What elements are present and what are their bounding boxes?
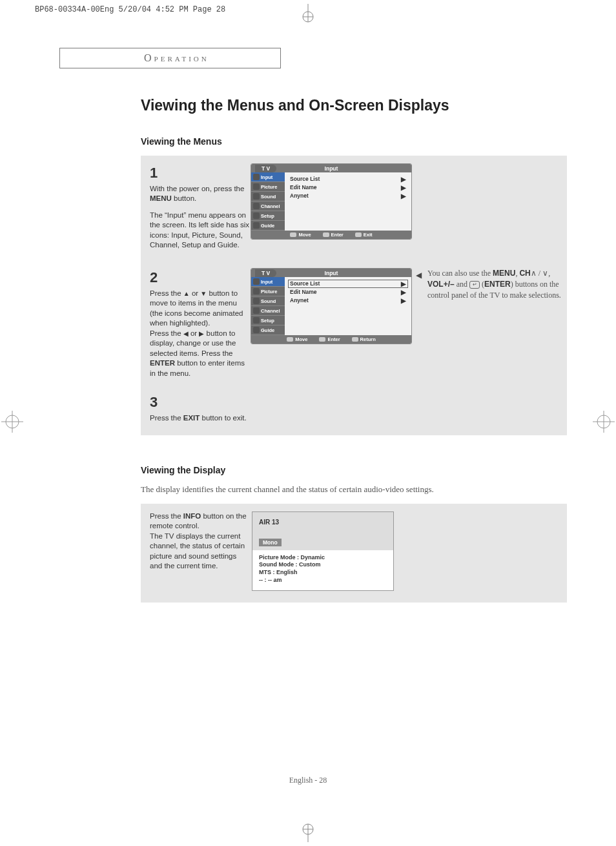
chapter-label: Operation xyxy=(144,52,209,63)
step-1-text-post: button. xyxy=(172,194,196,202)
osd2-tv-label: T V xyxy=(255,269,276,277)
osd-side-guide: Guide xyxy=(251,221,285,231)
osd2-row-source-list: Source List▶ xyxy=(288,280,408,288)
osd2-row-anynet: Anynet▶ xyxy=(290,296,406,305)
osd-row-edit-name: Edit Name▶ xyxy=(290,183,406,192)
page-footer: English - 28 xyxy=(0,776,616,785)
updown-icon xyxy=(290,232,296,237)
menu-button-label: MENU xyxy=(150,194,172,202)
osd-side-setup: Setup xyxy=(251,211,285,221)
osd2-title: Input xyxy=(325,270,338,276)
page-content: Operation Viewing the Menus and On-Scree… xyxy=(54,48,571,619)
crop-mark-top xyxy=(298,4,318,23)
info-picture-mode: Picture Mode : Dynamic xyxy=(259,554,387,562)
section-viewing-display: Viewing the Display xyxy=(141,465,567,475)
step-1-text-pre: With the power on, press the xyxy=(150,185,244,192)
chdown-icon: ∨ xyxy=(542,269,548,278)
chapter-label-box: Operation xyxy=(59,48,281,68)
osd-row-source-list: Source List▶ xyxy=(290,175,406,183)
osd-side-picture: Picture xyxy=(251,182,285,192)
left-triangle-icon: ◀ xyxy=(183,330,189,337)
osd2-side-channel: Channel xyxy=(251,306,285,316)
osd-screenshot-1: T V Input Input Picture Sound Channel Se… xyxy=(251,163,412,240)
step-1-number: 1 xyxy=(150,163,251,183)
registration-right xyxy=(593,411,615,433)
display-block: Press the INFO button on the remote cont… xyxy=(141,504,567,603)
info-button-label: INFO xyxy=(183,512,201,520)
up-triangle-icon: ▲ xyxy=(183,290,190,297)
exit-button-label: EXIT xyxy=(183,414,200,422)
display-step: Press the INFO button on the remote cont… xyxy=(150,511,251,572)
info-channel: AIR 13 xyxy=(259,519,387,526)
page-title: Viewing the Menus and On-Screen Displays xyxy=(141,97,567,114)
osd-side-sound: Sound xyxy=(251,192,285,201)
info-osd: AIR 13 Mono Picture Mode : Dynamic Sound… xyxy=(252,511,394,592)
osd2-row-edit-name: Edit Name▶ xyxy=(290,288,406,296)
info-sound-mode: Sound Mode : Custom xyxy=(259,561,387,569)
osd2-side-picture: Picture xyxy=(251,287,285,296)
step-1-para2: The “Input” menu appears on the screen. … xyxy=(150,211,249,249)
osd-row-anynet: Anynet▶ xyxy=(290,192,406,200)
down-triangle-icon: ▼ xyxy=(200,290,207,297)
osd-footer-1: Move Enter Exit xyxy=(251,231,411,239)
info-mts: MTS : English xyxy=(259,569,387,577)
steps-block-2: 2 Press the ▲ or ▼ button to move to ite… xyxy=(141,264,567,435)
osd2-side-sound: Sound xyxy=(251,296,285,306)
step-3-number: 3 xyxy=(150,393,251,412)
exit-icon xyxy=(355,232,362,237)
osd-sidebar: Input Picture Sound Channel Setup Guide xyxy=(251,172,285,231)
osd-footer-2: Move Enter Return xyxy=(251,335,411,344)
crop-mark-bottom xyxy=(298,823,318,842)
osd2-side-guide: Guide xyxy=(251,325,285,335)
osd-tv-label: T V xyxy=(255,165,276,172)
step-2: 2 Press the ▲ or ▼ button to move to ite… xyxy=(150,268,251,378)
info-mono: Mono xyxy=(259,539,282,546)
osd2-side-setup: Setup xyxy=(251,316,285,325)
left-pointer-icon: ◀ xyxy=(416,270,422,281)
enter-glyph-icon: ↵ xyxy=(469,281,480,289)
osd-side-input: Input xyxy=(251,172,285,182)
updown-icon xyxy=(287,337,293,342)
step-1: 1 With the power on, press the MENU butt… xyxy=(150,163,251,251)
side-note: ◀ You can also use the MENU, CH∧ / ∨, VO… xyxy=(427,268,563,300)
registration-left xyxy=(1,411,23,433)
section-viewing-menus: Viewing the Menus xyxy=(141,136,567,147)
osd-side-channel: Channel xyxy=(251,201,285,211)
step-3: 3 Press the EXIT button to exit. xyxy=(150,393,251,423)
doc-header-meta: BP68-00334A-00Eng 5/20/04 4:52 PM Page 2… xyxy=(35,5,225,14)
step-2-number: 2 xyxy=(150,268,251,287)
osd-title: Input xyxy=(325,165,338,172)
chup-icon: ∧ xyxy=(531,269,537,278)
enter-icon xyxy=(323,232,329,237)
return-icon xyxy=(352,337,358,342)
info-time: -- : -- am xyxy=(259,577,387,584)
osd2-side-input: Input xyxy=(251,277,285,287)
enter-button-label: ENTER xyxy=(150,359,175,367)
section2-intro: The display identifies the current chann… xyxy=(141,484,567,495)
steps-block-menus: 1 With the power on, press the MENU butt… xyxy=(141,156,567,264)
enter-icon xyxy=(319,337,325,342)
osd-screenshot-2: T V Input Input Picture Sound Channel Se… xyxy=(251,268,412,344)
